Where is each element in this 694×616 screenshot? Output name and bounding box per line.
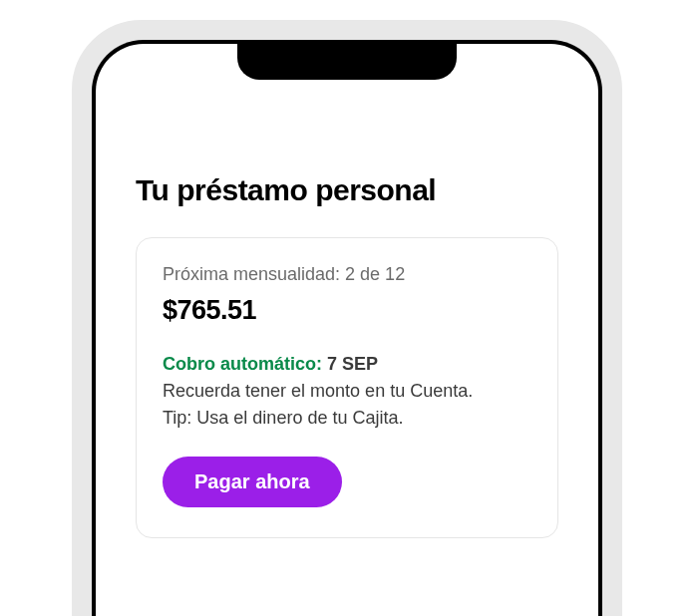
phone-notch [237, 44, 457, 80]
loan-screen-content: Tu préstamo personal Próxima mensualidad… [96, 44, 598, 538]
phone-screen: Tu préstamo personal Próxima mensualidad… [92, 40, 602, 616]
payment-amount: $765.51 [163, 295, 531, 326]
auto-charge-label: Cobro automático: [163, 354, 327, 374]
loan-card: Próxima mensualidad: 2 de 12 $765.51 Cob… [136, 237, 558, 538]
next-payment-label: Próxima mensualidad: 2 de 12 [163, 264, 531, 285]
phone-frame: Tu préstamo personal Próxima mensualidad… [72, 20, 622, 616]
page-title: Tu préstamo personal [136, 173, 558, 207]
auto-charge-line: Cobro automático: 7 SEP [163, 354, 531, 375]
reminder-text: Recuerda tener el monto en tu Cuenta. [163, 379, 531, 404]
pay-now-button[interactable]: Pagar ahora [163, 457, 342, 507]
auto-charge-date: 7 SEP [327, 354, 378, 374]
tip-text: Tip: Usa el dinero de tu Cajita. [163, 406, 531, 431]
